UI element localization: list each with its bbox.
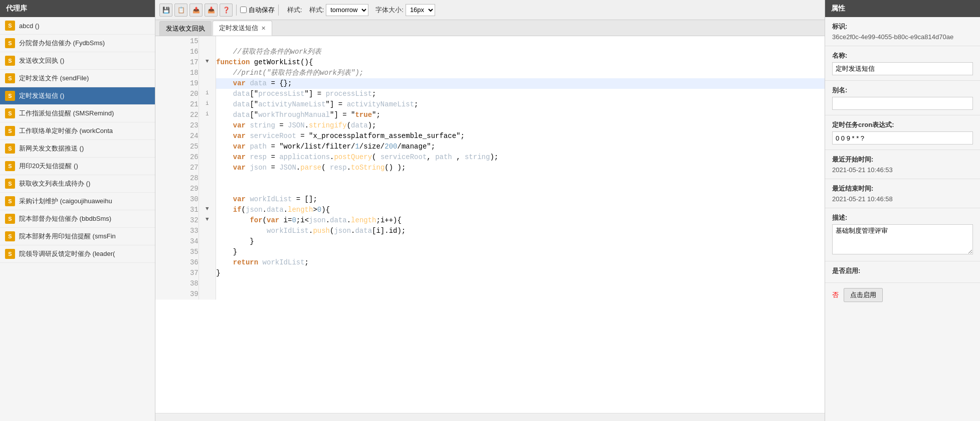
line-code [216, 36, 825, 47]
line-code: } [216, 247, 825, 257]
line-code: data["workThroughManual"] = "true"; [216, 110, 825, 120]
sidebar-item-xwgf[interactable]: S新网关发文数据推送 () [0, 140, 155, 158]
table-row: 32▼ for(var i=0;i<json.data.length;i++){ [155, 215, 825, 226]
table-row: 33 workIdList.push(json.data[i].id); [155, 226, 825, 236]
sidebar-item-cgjh[interactable]: S采购计划维护 (caigoujihuaweihu [0, 193, 155, 210]
line-code: if(json.data.length>0){ [216, 205, 825, 215]
toolbar-sep [236, 5, 237, 16]
table-row: 22i data["workThroughManual"] = "true"; [155, 110, 825, 120]
sidebar-item-yin20[interactable]: S用印20天短信提醒 () [0, 158, 155, 175]
help-button[interactable]: ❓ [220, 4, 233, 17]
script-icon: S [5, 56, 15, 66]
code-container[interactable]: 15 16 //获取符合条件的work列表17▼function getWork… [155, 36, 825, 413]
line-indicator [199, 268, 216, 278]
download-button[interactable]: 📥 [205, 4, 218, 17]
prop-end-value: 2021-05-21 10:46:58 [832, 195, 973, 203]
style-select[interactable]: tomorrow default monokai eclipse [326, 4, 368, 16]
sidebar-item-hqsh[interactable]: S获取收文列表生成待办 () [0, 175, 155, 193]
save-button[interactable]: 💾 [159, 4, 172, 17]
sidebar-item-label: 新网关发文数据推送 () [19, 144, 84, 153]
prop-name-input[interactable] [832, 62, 973, 75]
prop-start-value: 2021-05-21 10:46:53 [832, 166, 973, 174]
line-indicator [199, 194, 216, 205]
line-code: function getWorkList(){ [216, 57, 825, 68]
right-panel: 属性 标识: 36ce2f0c-4e99-4055-b80c-e9ca814d7… [825, 0, 980, 421]
table-row: 15 [155, 36, 825, 47]
table-row: 18 //print("获取符合条件的work列表"); [155, 68, 825, 78]
script-icon: S [5, 179, 15, 189]
line-indicator [199, 226, 216, 236]
line-code [216, 278, 825, 289]
line-number: 29 [155, 184, 199, 194]
sidebar-item-label: 分院督办短信催办 (FydbSms) [19, 39, 105, 48]
line-number: 32 [155, 215, 199, 226]
toolbar: 💾 📋 📤 📥 ❓ 自动保存 样式: 样式: tomorrow default … [155, 0, 825, 20]
upload-button[interactable]: 📤 [189, 4, 203, 17]
line-number: 33 [155, 226, 199, 236]
line-indicator [199, 68, 216, 78]
table-row: 39 [155, 289, 825, 300]
sidebar-item-ybbdbs[interactable]: S院本部督办短信催办 (bbdbSms) [0, 210, 155, 228]
line-indicator [199, 152, 216, 163]
tab-dsfsdx-close[interactable]: ✕ [261, 26, 266, 31]
autosave-label: 自动保存 [249, 6, 275, 15]
prop-alias-label: 别名: [832, 86, 973, 95]
line-code: var resp = applications.postQuery( servi… [216, 152, 825, 163]
line-code: } [216, 236, 825, 247]
tab-fsshhz-label: 发送收文回执 [166, 24, 205, 33]
save2-button[interactable]: 📋 [174, 4, 187, 17]
line-number: 19 [155, 78, 199, 89]
table-row: 28 [155, 173, 825, 184]
tab-dsfsdx[interactable]: 定时发送短信 ✕ [213, 21, 272, 36]
sidebar-item-sdfs[interactable]: S定时发送文件 (sendFile) [0, 70, 155, 87]
line-number: 26 [155, 152, 199, 163]
line-code: workIdList.push(json.data[i].id); [216, 226, 825, 236]
table-row: 31▼ if(json.data.length>0){ [155, 205, 825, 215]
sidebar-item-ydiao[interactable]: S院领导调研反馈定时催办 (leader( [0, 245, 155, 263]
line-number: 31 [155, 205, 199, 215]
sidebar-item-ybcs[interactable]: S院本部财务用印短信提醒 (smsFin [0, 228, 155, 245]
sidebar: 代理库 Sabcd ()S分院督办短信催办 (FydbSms)S发送收文回执 (… [0, 0, 155, 421]
table-row: 26 var resp = applications.postQuery( se… [155, 152, 825, 163]
prop-alias-input[interactable] [832, 97, 973, 110]
line-indicator [199, 163, 216, 173]
sidebar-item-abcd[interactable]: Sabcd () [0, 17, 155, 35]
sidebar-item-label: 院本部财务用印短信提醒 (smsFin [19, 232, 116, 241]
editor-area: 15 16 //获取符合条件的work列表17▼function getWork… [155, 36, 825, 421]
prop-desc-textarea[interactable]: 基础制度管理评审 [832, 224, 973, 254]
table-row: 38 [155, 278, 825, 289]
line-indicator: ▼ [199, 215, 216, 226]
sidebar-item-gzzp[interactable]: S工作指派短信提醒 (SMSRemind) [0, 105, 155, 122]
sidebar-item-label: 获取收文列表生成待办 () [19, 179, 90, 188]
sidebar-item-label: 工作联络单定时催办 (workConta [19, 126, 113, 135]
line-code [216, 184, 825, 194]
horizontal-scrollbar[interactable] [155, 413, 825, 421]
sidebar-item-dsfsdx[interactable]: S定时发送短信 () [0, 87, 155, 105]
line-code: data["processList"] = processList; [216, 89, 825, 99]
line-number: 25 [155, 142, 199, 152]
script-icon: S [5, 231, 15, 241]
line-number: 20 [155, 89, 199, 99]
table-row: 30 var workIdList = []; [155, 194, 825, 205]
sidebar-item-label: 工作指派短信提醒 (SMSRemind) [19, 109, 114, 118]
line-code: var data = {}; [216, 78, 825, 89]
apply-button[interactable]: 点击启用 [844, 288, 883, 302]
sidebar-item-fydbs[interactable]: S分院督办短信催办 (FydbSms) [0, 35, 155, 52]
sidebar-item-fssh[interactable]: S发送收文回执 () [0, 52, 155, 70]
line-code: var serviceRoot = "x_processplatform_ass… [216, 131, 825, 142]
sidebar-item-gzlx[interactable]: S工作联络单定时催办 (workConta [0, 122, 155, 140]
fontsize-select[interactable]: 12px 14px 16px 18px 20px [406, 4, 435, 16]
prop-id-section: 标识: 36ce2f0c-4e99-4055-b80c-e9ca814d70ae [825, 17, 980, 46]
prop-cron-input[interactable] [832, 131, 973, 145]
script-icon: S [5, 38, 15, 48]
tab-fsshhz[interactable]: 发送收文回执 [159, 21, 212, 36]
table-row: 16 //获取符合条件的work列表 [155, 47, 825, 57]
line-indicator [199, 257, 216, 268]
script-icon: S [5, 249, 15, 259]
line-number: 24 [155, 131, 199, 142]
autosave-checkbox[interactable] [240, 7, 247, 13]
main-area: 💾 📋 📤 📥 ❓ 自动保存 样式: 样式: tomorrow default … [155, 0, 825, 421]
sidebar-item-label: 院领导调研反馈定时催办 (leader( [19, 249, 115, 258]
line-number: 18 [155, 68, 199, 78]
line-code: for(var i=0;i<json.data.length;i++){ [216, 215, 825, 226]
